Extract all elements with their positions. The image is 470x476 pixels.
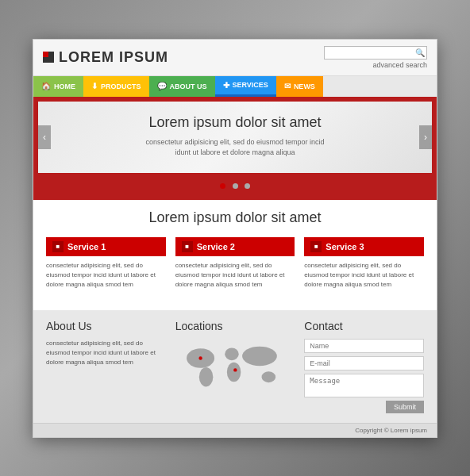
service-2-icon: ■ (182, 241, 193, 252)
services-row: ■ Service 1 consectetur adipisicing elit… (46, 237, 424, 290)
slider-next-button[interactable]: › (419, 125, 432, 149)
logo-icon (43, 52, 54, 63)
svg-point-1 (199, 367, 214, 386)
nav-products[interactable]: ⬇ PRODUCTS (83, 76, 149, 97)
chat-icon: 💬 (157, 82, 167, 90)
map-container (175, 339, 295, 394)
svg-point-7 (233, 368, 237, 371)
advanced-search-link[interactable]: advanced search (372, 61, 427, 69)
about-text: consectetur adipisicing elit, sed do eiu… (46, 339, 166, 367)
nav-news[interactable]: ✉ NEWS (276, 76, 323, 97)
website-mockup: LOREM IPSUM 🔍 advanced search 🏠 HOME ⬇ P… (33, 39, 437, 438)
search-icon[interactable]: 🔍 (415, 48, 425, 57)
nav-services[interactable]: ✚ SERVICES (215, 76, 276, 97)
main-title: Lorem ipsum dolor sit amet (46, 209, 424, 226)
service-2-button[interactable]: ■ Service 2 (175, 237, 295, 256)
svg-point-6 (198, 356, 202, 359)
svg-point-2 (225, 347, 239, 360)
service-1-desc: consectetur adipisicing elit, sed do eiu… (46, 261, 166, 290)
search-input[interactable] (328, 48, 415, 57)
locations-col: Locations (175, 320, 295, 413)
nav-home[interactable]: 🏠 HOME (33, 76, 83, 97)
contact-submit-button[interactable]: Submit (386, 401, 424, 413)
dot-1[interactable] (220, 183, 225, 189)
svg-point-3 (227, 362, 241, 382)
service-3-desc: consectetur adipisicing elit, sed do eiu… (304, 261, 424, 290)
home-icon: 🏠 (41, 82, 51, 90)
plus-icon: ✚ (223, 81, 229, 90)
nav-services-label: SERVICES (233, 81, 268, 89)
contact-name-input[interactable] (304, 339, 424, 353)
service-2-desc: consectetur adipisicing elit, sed do eiu… (175, 261, 295, 290)
contact-email-input[interactable] (304, 356, 424, 370)
hero-slider: ‹ Lorem ipsum dolor sit amet consectetur… (33, 97, 437, 200)
locations-title: Locations (175, 320, 295, 332)
contact-col: Contact Submit (304, 320, 424, 413)
search-box[interactable]: 🔍 (324, 46, 427, 60)
main-content: Lorem ipsum dolor sit amet ■ Service 1 c… (33, 200, 437, 310)
service-3-button[interactable]: ■ Service 3 (304, 237, 424, 256)
service-col-2: ■ Service 2 consectetur adipisicing elit… (175, 237, 295, 290)
slider-prev-button[interactable]: ‹ (38, 125, 51, 149)
nav-home-label: HOME (54, 83, 75, 90)
dot-3[interactable] (245, 183, 250, 189)
service-3-icon: ■ (310, 241, 322, 252)
search-area: 🔍 advanced search (324, 46, 427, 69)
download-icon: ⬇ (91, 82, 98, 90)
about-title: About Us (46, 320, 166, 332)
envelope-icon: ✉ (284, 82, 291, 90)
site-footer: Copyright © Lorem ipsum (33, 423, 437, 437)
service-1-label: Service 1 (67, 242, 106, 251)
svg-point-4 (242, 346, 277, 366)
service-1-icon: ■ (52, 241, 64, 252)
contact-message-input[interactable] (304, 374, 424, 397)
site-header: LOREM IPSUM 🔍 advanced search (33, 40, 437, 76)
service-1-button[interactable]: ■ Service 1 (46, 237, 166, 256)
service-2-label: Service 2 (197, 242, 235, 251)
nav-about-label: ABOUT US (170, 83, 207, 90)
nav-news-label: NEWS (294, 83, 315, 90)
site-nav: 🏠 HOME ⬇ PRODUCTS 💬 ABOUT US ✚ SERVICES … (33, 76, 437, 97)
about-col: About Us consectetur adipisicing elit, s… (46, 320, 166, 413)
svg-point-5 (261, 371, 275, 382)
logo-text: LOREM IPSUM (59, 49, 168, 66)
dot-2[interactable] (233, 183, 238, 189)
slider-title: Lorem ipsum dolor sit amet (62, 114, 408, 131)
slider-inner: ‹ Lorem ipsum dolor sit amet consectetur… (38, 102, 432, 173)
service-col-1: ■ Service 1 consectetur adipisicing elit… (46, 237, 166, 290)
footer-text: Copyright © Lorem ipsum (355, 427, 427, 434)
world-map (175, 339, 295, 394)
service-3-label: Service 3 (326, 242, 364, 251)
bottom-section: About Us consectetur adipisicing elit, s… (33, 310, 437, 423)
slider-dots (38, 173, 432, 195)
contact-title: Contact (304, 320, 424, 332)
contact-form: Submit (304, 339, 424, 413)
service-col-3: ■ Service 3 consectetur adipisicing elit… (304, 237, 424, 290)
logo-area: LOREM IPSUM (43, 49, 168, 66)
nav-about[interactable]: 💬 ABOUT US (149, 76, 215, 97)
nav-products-label: PRODUCTS (101, 83, 141, 90)
slider-text: consectetur adipisicing elit, sed do eiu… (62, 137, 408, 159)
